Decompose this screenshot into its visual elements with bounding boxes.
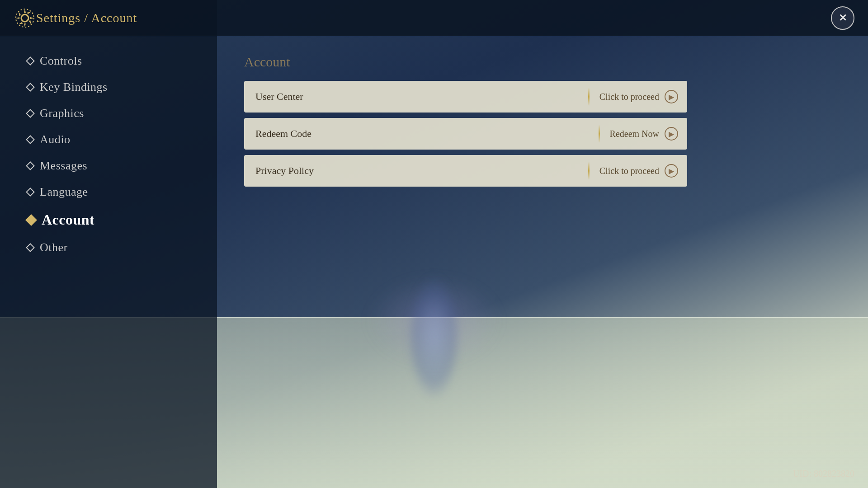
sidebar-label-language: Language — [40, 185, 88, 199]
uid-display: UID: 802823820 — [793, 469, 854, 479]
account-rows: User CenterClick to proceed▶Redeem CodeR… — [244, 81, 687, 187]
account-row-privacy-policy[interactable]: Privacy PolicyClick to proceed▶ — [244, 155, 687, 187]
redeem-code-label: Redeem Code — [255, 128, 311, 140]
close-button[interactable]: ✕ — [831, 6, 854, 30]
diamond-icon-messages — [26, 161, 35, 170]
privacy-policy-arrow-icon: ▶ — [665, 164, 678, 178]
privacy-policy-action-label: Click to proceed — [599, 166, 659, 176]
user-center-label: User Center — [255, 91, 303, 103]
diamond-icon-account — [25, 214, 37, 225]
sidebar-label-audio: Audio — [40, 133, 71, 146]
sidebar-item-account[interactable]: Account — [27, 207, 217, 233]
sidebar-label-controls: Controls — [40, 54, 82, 68]
redeem-code-divider — [599, 125, 600, 143]
diamond-icon-graphics — [26, 109, 35, 118]
sidebar-item-key-bindings[interactable]: Key Bindings — [27, 76, 217, 99]
settings-title: Settings / Account — [36, 11, 137, 25]
sidebar-label-graphics: Graphics — [40, 107, 84, 120]
sidebar: ControlsKey BindingsGraphicsAudioMessage… — [0, 36, 217, 488]
redeem-code-action-label: Redeem Now — [610, 129, 659, 139]
sidebar-item-other[interactable]: Other — [27, 236, 217, 259]
redeem-code-arrow-icon: ▶ — [665, 127, 678, 141]
sidebar-item-controls[interactable]: Controls — [27, 50, 217, 72]
svg-point-0 — [21, 14, 28, 22]
sidebar-label-account: Account — [42, 211, 94, 228]
diamond-icon-audio — [26, 135, 35, 144]
diamond-icon-other — [26, 243, 35, 252]
sidebar-label-messages: Messages — [40, 159, 87, 173]
privacy-policy-right: Click to proceed▶ — [584, 162, 678, 180]
sidebar-label-other: Other — [40, 241, 68, 254]
diamond-icon-controls — [26, 56, 35, 66]
user-center-arrow-icon: ▶ — [665, 90, 678, 103]
privacy-policy-divider — [588, 162, 590, 180]
user-center-action-label: Click to proceed — [599, 92, 659, 102]
account-row-redeem-code[interactable]: Redeem CodeRedeem Now▶ — [244, 118, 687, 150]
user-center-divider — [588, 88, 590, 106]
account-row-user-center[interactable]: User CenterClick to proceed▶ — [244, 81, 687, 113]
redeem-code-right: Redeem Now▶ — [594, 125, 678, 143]
diamond-icon-language — [26, 188, 35, 197]
top-bar: Settings / Account ✕ — [0, 0, 868, 36]
main-content: Account User CenterClick to proceed▶Rede… — [217, 36, 868, 488]
privacy-policy-label: Privacy Policy — [255, 165, 314, 177]
sidebar-item-audio[interactable]: Audio — [27, 128, 217, 151]
diamond-icon-key-bindings — [26, 83, 35, 92]
section-title: Account — [244, 54, 841, 70]
sidebar-item-graphics[interactable]: Graphics — [27, 102, 217, 125]
sidebar-item-language[interactable]: Language — [27, 181, 217, 203]
user-center-right: Click to proceed▶ — [584, 88, 678, 106]
gear-icon — [14, 7, 36, 29]
sidebar-item-messages[interactable]: Messages — [27, 155, 217, 177]
sidebar-label-key-bindings: Key Bindings — [40, 80, 108, 94]
